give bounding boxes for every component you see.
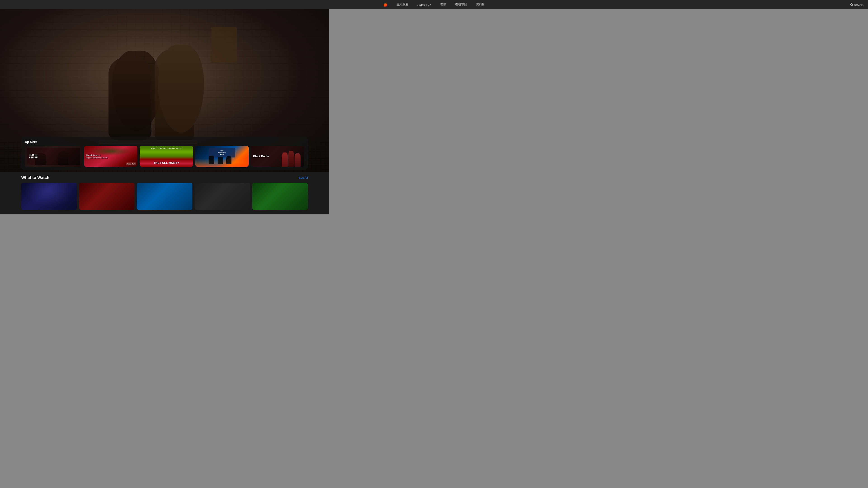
door [211, 27, 237, 63]
card-bg-3 [137, 183, 192, 210]
card-title-mariah: Mariah Carey's Magical Christmas Special [86, 154, 115, 159]
figures-group [282, 149, 303, 167]
figure-right [155, 49, 194, 143]
card-inner-3 [137, 183, 192, 210]
section-header: What to Watch See All [21, 175, 308, 180]
up-next-card-mariah[interactable]: Mariah Carey's Magical Christmas Special… [84, 146, 137, 167]
watch-card-2[interactable] [79, 183, 135, 210]
card-title-black-books: Black Books [253, 155, 270, 158]
card-bg-4 [195, 183, 250, 210]
up-next-card-worlds-end[interactable]: THEWORLD'SEND [195, 146, 249, 167]
up-next-card-full-monty[interactable]: MONTY THE FULL MONTY THE F THE FULL MONT… [140, 146, 193, 167]
card-inner-1 [21, 183, 77, 210]
watch-card-5[interactable] [252, 183, 308, 210]
navigation-bar: 🍎 立即观看 Apple TV+ 电影 电视节目 资料库 Search [0, 0, 329, 9]
fig-c [294, 153, 301, 167]
card-bg-2 [79, 183, 135, 210]
silhouette2 [218, 157, 223, 164]
card-bg-5 [252, 183, 308, 210]
card-inner-5 [252, 183, 308, 210]
card-inner: THEWORLD'SEND [195, 146, 249, 167]
hero-section: Up Next BURKE& HARE [0, 0, 329, 172]
up-next-card-burke-hare[interactable]: BURKE& HARE [25, 146, 82, 167]
card-inner: BURKE& HARE [27, 148, 80, 165]
fig-b [288, 151, 294, 167]
section-title: What to Watch [21, 175, 49, 180]
fullmonty-header: MONTY THE FULL MONTY THE F [140, 146, 193, 151]
see-all-link[interactable]: See All [299, 176, 308, 180]
watch-card-4[interactable] [195, 183, 250, 210]
watch-card-1[interactable] [21, 183, 77, 210]
card-inner: Mariah Carey's Magical Christmas Special… [84, 146, 137, 167]
silhouette3 [226, 156, 232, 164]
figure2 [58, 151, 68, 165]
fullmonty-title: THE FULL MONTY [153, 161, 179, 164]
card-inner: MONTY THE FULL MONTY THE F THE FULL MONT… [140, 146, 193, 167]
figure-left [108, 57, 151, 141]
appletv-badge: Apple TV+ [126, 162, 136, 165]
up-next-items: BURKE& HARE Mariah Carey's Magical Chris… [25, 146, 304, 167]
what-to-watch-section: What to Watch See All [0, 172, 329, 215]
glow [21, 183, 77, 210]
up-next-label: Up Next [25, 140, 304, 144]
card-inner: Black Books [251, 146, 304, 167]
card-inner-2 [79, 183, 135, 210]
card-bg-1 [21, 183, 77, 210]
card-inner-4 [195, 183, 250, 210]
up-next-card-black-books[interactable]: Black Books [251, 146, 304, 167]
card-title-burke: BURKE& HARE [29, 154, 37, 159]
watch-card-3[interactable] [137, 183, 192, 210]
up-next-panel: Up Next BURKE& HARE [21, 137, 308, 170]
fig-a [282, 153, 288, 167]
watch-row [21, 183, 308, 210]
silhouette1 [209, 156, 214, 164]
